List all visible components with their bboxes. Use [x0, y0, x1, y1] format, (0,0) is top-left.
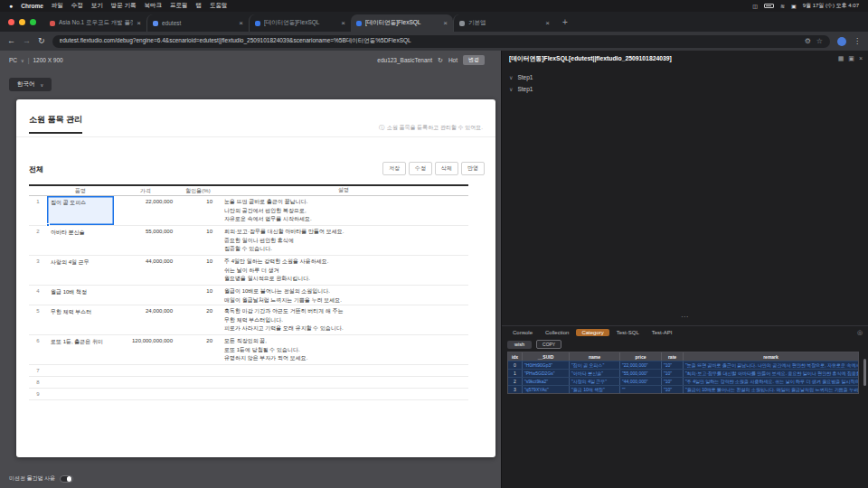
footer-toggle[interactable] [60, 475, 73, 483]
zoom-icon[interactable]: ⚙ [805, 37, 811, 45]
desc-cell[interactable] [219, 365, 468, 376]
menu-view[interactable]: 보기 [91, 2, 103, 10]
desc-cell[interactable]: 모든 직장인의 꿈, 로또 1등에 당첨될 수 있습니다. 유명하지 않은 부자… [219, 335, 468, 364]
price-cell[interactable]: 24,000,000 [114, 305, 177, 334]
copy-button[interactable]: COPY [536, 340, 561, 349]
menu-profiles[interactable]: 프로필 [170, 2, 188, 10]
result-row[interactable]: 3 "q579XYAc" "월급 10배 책정" "" "10" "월급이 10… [508, 385, 858, 393]
tab-test-sql[interactable]: Test-SQL [611, 329, 645, 336]
menubar-app-name[interactable]: Chrome [21, 3, 43, 9]
tab-category[interactable]: Category [576, 329, 609, 336]
chevron-down-icon[interactable]: ∨ [509, 74, 513, 80]
name-cell[interactable]: 아바타 분신술 [47, 226, 114, 255]
panel-icon[interactable]: ▣ [848, 55, 854, 62]
price-cell[interactable] [114, 286, 177, 305]
name-cell[interactable]: 사랑의 4일 근무 [47, 256, 114, 285]
name-cell[interactable] [47, 365, 114, 376]
device-select[interactable]: PC [9, 57, 17, 63]
resize-handle[interactable]: ⋯ [502, 313, 868, 321]
menu-history[interactable]: 방문 기록 [111, 2, 137, 10]
name-cell[interactable]: 로또 1등, 출근은 취미 [47, 335, 114, 364]
desc-cell[interactable]: 눈을 뜨면 곧바로 출근이 끝납니다. 나만의 공간에서 편안한 복장으로, 자… [219, 196, 468, 225]
window-close-button[interactable] [8, 19, 14, 25]
window-zoom-button[interactable] [30, 19, 36, 25]
profile-avatar[interactable] [837, 37, 846, 46]
rate-cell[interactable]: 10 [177, 256, 219, 285]
tab-test-api[interactable]: Test-API [646, 329, 678, 336]
rate-cell[interactable] [177, 365, 219, 376]
desc-cell[interactable] [219, 389, 468, 399]
browser-menu-icon[interactable]: ⋮ [854, 37, 861, 45]
result-row[interactable]: 2 "s9kct9ka2" "사랑의 4일 근무" "44,000,000" "… [508, 377, 858, 385]
desc-cell[interactable]: 혹독한 마감 기간과 야근도 거뜬히 버티게 해 주는 무한 체력 부스터입니다… [219, 305, 468, 334]
chevron-down-icon[interactable]: ∨ [509, 86, 513, 92]
row-number[interactable]: 5 [29, 305, 47, 334]
tab-console[interactable]: Console [507, 329, 538, 336]
pin-icon[interactable]: ◎ [857, 329, 863, 336]
edit-button[interactable]: 수정 [409, 162, 432, 175]
tab-collection[interactable]: Collection [540, 329, 574, 336]
result-row[interactable]: 0 "H0iHt90Gp3" "집이 곧 오피스" "22,000,000" "… [508, 361, 858, 369]
browser-tab-3[interactable]: [데이터연동]FlexSQL × [249, 14, 351, 32]
menu-bookmarks[interactable]: 북마크 [145, 2, 163, 10]
tab-close-icon[interactable]: × [137, 19, 141, 27]
name-cell[interactable]: 월급 10배 책정 [47, 286, 114, 305]
bookmark-star-icon[interactable]: ☆ [816, 37, 823, 45]
wifi-icon[interactable]: ≋ [780, 3, 785, 9]
result-row[interactable]: 1 "PHw5GD2Gs" "아바타 분신술" "55,000,000" "10… [508, 369, 858, 377]
new-tab-button[interactable]: + [555, 17, 575, 27]
rate-cell[interactable]: 20 [177, 335, 219, 364]
price-cell[interactable]: 22,000,000 [114, 196, 177, 225]
address-bar[interactable]: edutest.flextudio.com/debug?engine=6.4&s… [52, 35, 830, 48]
row-number[interactable]: 7 [29, 365, 47, 376]
step-node-2[interactable]: ∨ Step1 [509, 86, 533, 92]
rate-cell[interactable]: 10 [177, 226, 219, 255]
desc-cell[interactable]: 월급이 10배로 불어나는 전설의 소원입니다. 매일이 월급날처럼 느껴지는 … [219, 286, 468, 305]
step-node-1[interactable]: ∨ Step1 [509, 74, 533, 80]
row-number[interactable]: 8 [29, 377, 47, 388]
row-number[interactable]: 2 [29, 226, 47, 255]
menu-file[interactable]: 파일 [52, 2, 63, 10]
language-select[interactable]: 한국어 ∨ [9, 78, 52, 91]
refresh-icon[interactable]: ↻ [438, 57, 443, 64]
price-cell[interactable]: 55,000,000 [114, 226, 177, 255]
menu-tab[interactable]: 탭 [196, 2, 203, 10]
browser-tab-1[interactable]: Asia No.1 로우코드 개발 플랫폼 | × [44, 14, 146, 32]
desc-cell[interactable]: 회의·보고·잡무를 대신할 아바타를 만들어 보세요. 중요한 일이나 편안한 … [219, 226, 468, 255]
browser-tab-2[interactable]: edutest × [146, 14, 249, 32]
price-cell[interactable] [114, 389, 177, 399]
menu-help[interactable]: 도움말 [210, 2, 228, 10]
row-number[interactable]: 4 [29, 286, 47, 305]
rate-cell[interactable]: 10 [177, 196, 219, 225]
price-cell[interactable] [114, 377, 177, 388]
tab-close-icon[interactable]: × [341, 19, 345, 27]
price-cell[interactable]: 120,000,000,000 [114, 335, 177, 364]
save-button[interactable]: 저장 [382, 162, 406, 175]
tab-close-icon[interactable]: × [443, 19, 448, 27]
selected-cell[interactable]: 집이 곧 오피스 [47, 196, 114, 225]
forward-icon[interactable]: → [23, 37, 31, 45]
refresh-icon[interactable]: ↻ [38, 37, 45, 45]
window-minimize-button[interactable] [19, 19, 25, 25]
rate-cell[interactable]: 10 [177, 286, 219, 305]
menubar-clock[interactable]: 9월 17일 (수) 오후 4:07 [803, 2, 859, 10]
row-number[interactable]: 6 [29, 335, 47, 364]
display-icon[interactable]: ◫ [752, 3, 758, 9]
back-icon[interactable]: ← [7, 37, 15, 45]
tab-close-icon[interactable]: × [239, 19, 243, 27]
browser-tab-4-active[interactable]: [데이터연동]FlexSQL × [351, 14, 453, 32]
name-cell[interactable]: 무한 체력 부스터 [47, 305, 114, 334]
desc-cell[interactable]: 주 4일만 일하는 강력한 소원을 사용하세요. 쉬는 날이 하루 더 생겨 월… [219, 256, 468, 285]
apple-icon[interactable]: ● [9, 3, 13, 9]
browser-tab-5[interactable]: 기본앱 × [453, 14, 555, 32]
tab-close-icon[interactable]: × [545, 19, 550, 27]
price-cell[interactable] [114, 365, 177, 376]
change-button[interactable]: 변경 [463, 55, 485, 65]
rate-cell[interactable] [177, 377, 219, 388]
apply-button[interactable]: 반영 [461, 162, 485, 175]
menu-edit[interactable]: 수정 [71, 2, 83, 10]
name-cell[interactable] [47, 377, 114, 388]
chevron-down-icon[interactable]: ∨ [21, 58, 24, 63]
scrollbar[interactable] [863, 359, 866, 386]
row-number[interactable]: 9 [29, 389, 47, 399]
